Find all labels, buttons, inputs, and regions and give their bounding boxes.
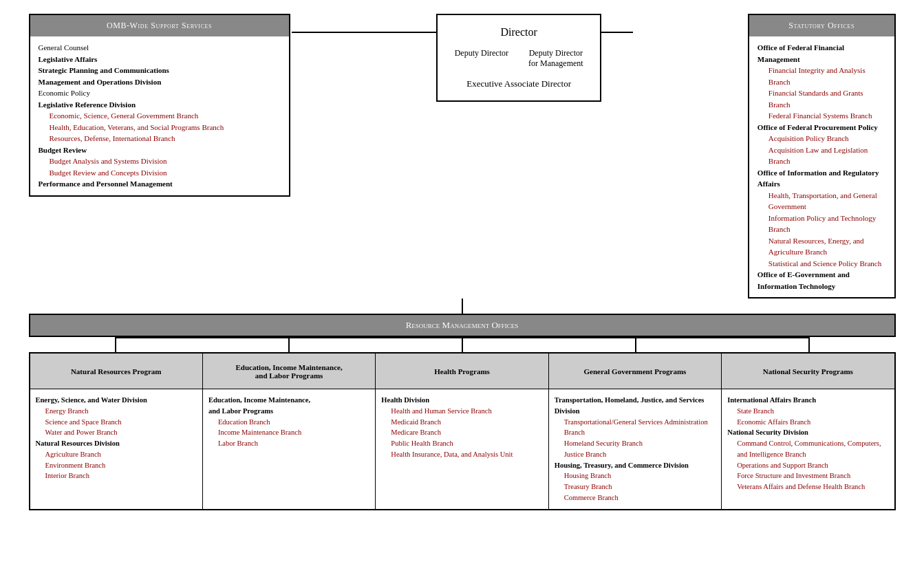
col-item: Medicare Branch (381, 427, 542, 438)
content-item: Budget Review (39, 144, 281, 156)
director-box: Director Deputy Director Deputy Director… (436, 14, 601, 102)
col-item: Water and Power Branch (36, 427, 197, 438)
content-item: Financial Standards and Grants Branch (758, 87, 886, 110)
content-item: Strategic Planning and Communications (39, 65, 281, 76)
content-item: Acquisition Law and Legislation Branch (758, 144, 886, 167)
content-item: Budget Review and Concepts Division (39, 167, 281, 179)
col-item: Economic Affairs Branch (727, 417, 888, 428)
col-item: Public Health Branch (381, 438, 542, 449)
col-item: Agriculture Branch (36, 449, 197, 460)
drop-4 (549, 337, 722, 352)
statutory-offices-box: Statutory Offices Office of Federal Fina… (748, 14, 896, 299)
five-columns: Natural Resources ProgramEnergy, Science… (29, 352, 896, 510)
col-item: Operations and Support Branch (727, 460, 888, 471)
col-item: Health and Human Service Branch (381, 406, 542, 417)
content-item: Legislative Affairs (39, 54, 281, 65)
content-item: Information Policy and Technology Branch (758, 213, 886, 235)
column-3: Health ProgramsHealth DivisionHealth and… (376, 354, 548, 509)
content-item: Federal Financial Systems Branch (758, 110, 886, 122)
col-item: Natural Resources Division (36, 438, 197, 449)
rmo-box: Resource Management Offices (29, 314, 896, 337)
exec-assoc-director: Executive Associate Director (444, 78, 593, 89)
mid-vline (462, 299, 463, 314)
col-item: Environment Branch (36, 460, 197, 471)
drop-3 (376, 337, 549, 352)
deputy-director: Deputy Director (455, 48, 508, 69)
col-item: Force Structure and Investment Branch (727, 470, 888, 481)
branch-connectors (29, 337, 896, 352)
content-item: Health, Transportation, and General Gove… (758, 190, 886, 213)
content-item: Economic, Science, General Government Br… (39, 110, 281, 122)
mid-connector (29, 299, 896, 314)
content-item: Resources, Defense, International Branch (39, 133, 281, 144)
column-2: Education, Income Maintenance,and Labor … (203, 354, 376, 509)
column-1-body: Energy, Science, and Water DivisionEnerg… (30, 389, 202, 487)
column-3-header: Health Programs (376, 354, 548, 389)
col-item: Housing Branch (555, 470, 716, 481)
col-item: Commerce Branch (555, 492, 716, 503)
col-item: Homeland Security Branch (555, 438, 716, 449)
column-2-body: Education, Income Maintenance,and Labor … (203, 389, 375, 455)
column-2-header: Education, Income Maintenance,and Labor … (203, 354, 375, 389)
content-item: Natural Resources, Energy, and Agricultu… (758, 235, 886, 258)
statutory-offices-header: Statutory Offices (749, 15, 894, 36)
top-section: OMB-Wide Support Services General Counse… (29, 14, 896, 299)
column-4: General Government ProgramsTransportatio… (549, 354, 722, 509)
content-item: Performance and Personnel Management (39, 178, 281, 190)
content-item: Office of Information and Regulatory Aff… (758, 167, 886, 190)
content-item: Budget Analysis and Systems Division (39, 155, 281, 167)
col-item: Energy, Science, and Water Division (36, 395, 197, 406)
col-item: Interior Branch (36, 470, 197, 481)
col-item: International Affairs Branch (727, 395, 888, 406)
column-5-header: National Security Programs (722, 354, 894, 389)
content-item: Office of Federal Financial Management (758, 42, 886, 65)
column-4-body: Transportation, Homeland, Justice, and S… (549, 389, 721, 509)
col-item: National Security Division (727, 427, 888, 438)
col-item: Income Maintenance Branch (208, 427, 369, 438)
drop-2 (202, 337, 376, 352)
col-item: Labor Branch (208, 438, 369, 449)
omb-wide-box: OMB-Wide Support Services General Counse… (29, 14, 290, 197)
col-item: Health Insurance, Data, and Analysis Uni… (381, 449, 542, 460)
col-item: Veterans Affairs and Defense Health Bran… (727, 481, 888, 492)
col-item: Science and Space Branch (36, 417, 197, 428)
content-item: Acquisition Policy Branch (758, 133, 886, 144)
omb-wide-content: General CounselLegislative AffairsStrate… (30, 36, 289, 195)
statutory-offices-content: Office of Federal Financial ManagementFi… (749, 36, 894, 297)
col-item: Justice Branch (555, 449, 716, 460)
column-5: National Security ProgramsInternational … (722, 354, 894, 509)
omb-wide-header: OMB-Wide Support Services (30, 15, 289, 36)
column-1-header: Natural Resources Program (30, 354, 202, 389)
column-3-body: Health DivisionHealth and Human Service … (376, 389, 548, 466)
content-item: Statistical and Science Policy Branch (758, 258, 886, 270)
col-item: Health Division (381, 395, 542, 406)
col-item: Medicaid Branch (381, 417, 542, 428)
column-4-header: General Government Programs (549, 354, 721, 389)
rmo-title: Resource Management Offices (30, 315, 894, 336)
content-item: Office of Federal Procurement Policy (758, 122, 886, 133)
drop-5 (722, 337, 896, 352)
column-1: Natural Resources ProgramEnergy, Science… (30, 354, 203, 509)
col-item: State Branch (727, 406, 888, 417)
org-chart: OMB-Wide Support Services General Counse… (29, 14, 896, 510)
col-item: Education, Income Maintenance,and Labor … (208, 395, 369, 417)
content-item: Health, Education, Veterans, and Social … (39, 122, 281, 133)
content-item: Legislative Reference Division (39, 99, 281, 111)
content-item: Financial Integrity and Analysis Branch (758, 65, 886, 87)
content-item: Economic Policy (39, 87, 281, 99)
col-item: Command Control, Communications, Compute… (727, 438, 888, 460)
col-item: Transportational/General Services Admini… (555, 417, 716, 439)
deputy-director-mgmt: Deputy Directorfor Management (528, 48, 583, 69)
column-5-body: International Affairs BranchState Branch… (722, 389, 894, 498)
col-item: Transportation, Homeland, Justice, and S… (555, 395, 716, 417)
content-item: Management and Operations Division (39, 76, 281, 88)
content-item: Office of E-Government and Information T… (758, 269, 886, 292)
director-title: Director (444, 26, 593, 39)
drop-1 (29, 337, 202, 352)
col-item: Treasury Branch (555, 481, 716, 492)
content-item: General Counsel (39, 42, 281, 54)
col-item: Housing, Treasury, and Commerce Division (555, 460, 716, 471)
col-item: Education Branch (208, 417, 369, 428)
col-item: Energy Branch (36, 406, 197, 417)
